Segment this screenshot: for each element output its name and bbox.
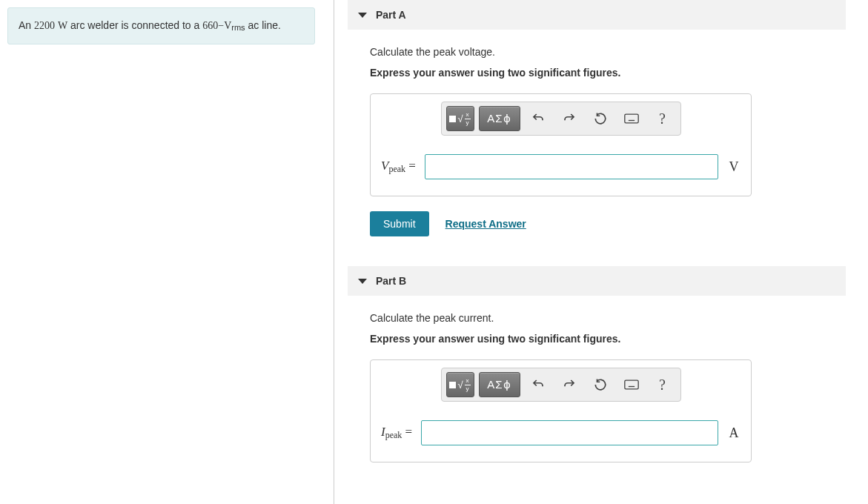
undo-button[interactable] [525, 373, 551, 397]
part-b-title: Part B [376, 275, 406, 287]
part-a-actions: Submit Request Answer [370, 211, 846, 236]
template-fraction-sqrt-button[interactable]: √ xy [446, 372, 474, 397]
part-b-answer-panel: √ xy ΑΣϕ [370, 359, 752, 462]
collapse-icon [358, 13, 367, 18]
part-a-body: Calculate the peak voltage. Express your… [348, 46, 846, 236]
part-a-answer-panel: √ xy ΑΣϕ [370, 93, 752, 196]
page-container: An 2200 W arc welder is connected to a 6… [0, 0, 868, 504]
part-a-unit: V [727, 159, 741, 175]
rms-subscript: rms [231, 23, 245, 32]
part-a-prompt: Calculate the peak voltage. [370, 46, 846, 58]
part-b-header[interactable]: Part B [348, 266, 846, 296]
help-button[interactable]: ? [649, 373, 676, 397]
part-b-unit: A [727, 425, 741, 441]
part-b-prompt: Calculate the peak current. [370, 312, 846, 324]
equation-toolbar: √ xy ΑΣϕ [441, 102, 681, 136]
template-fraction-sqrt-button[interactable]: √ xy [446, 106, 474, 131]
keyboard-icon [624, 379, 639, 390]
submit-button[interactable]: Submit [370, 211, 429, 236]
help-button[interactable]: ? [649, 107, 676, 130]
reset-button[interactable] [587, 107, 614, 130]
part-a-header[interactable]: Part A [348, 0, 846, 30]
part-gap [348, 236, 846, 266]
undo-icon [531, 112, 545, 125]
request-answer-link[interactable]: Request Answer [445, 218, 526, 230]
svg-rect-6 [624, 380, 637, 389]
right-column: Part A Calculate the peak voltage. Expre… [334, 0, 868, 462]
part-b-answer-row: Ipeak = A [381, 420, 741, 445]
problem-power-value: 2200 [34, 20, 55, 31]
keyboard-button[interactable] [618, 373, 645, 397]
problem-text-mid: arc welder is connected to a [67, 19, 202, 31]
part-b-answer-input[interactable] [421, 420, 718, 445]
problem-text-pre: An [19, 19, 34, 31]
part-a-variable-label: Vpeak = [381, 159, 416, 175]
reset-icon [594, 112, 607, 125]
fraction-sqrt-icon: √ xy [449, 378, 470, 392]
part-a-answer-row: Vpeak = V [381, 154, 741, 179]
keyboard-icon [624, 113, 639, 124]
redo-icon [563, 112, 576, 125]
svg-rect-0 [624, 114, 637, 123]
part-a-title: Part A [376, 9, 406, 21]
dash: − [218, 20, 224, 31]
part-a-sigfig: Express your answer using two significan… [370, 67, 846, 79]
equation-toolbar: √ xy ΑΣϕ [441, 368, 681, 402]
redo-icon [563, 378, 576, 391]
part-b-variable-label: Ipeak = [381, 425, 412, 441]
collapse-icon [358, 279, 367, 284]
keyboard-button[interactable] [618, 107, 645, 130]
problem-text-post: ac line. [245, 19, 281, 31]
undo-button[interactable] [525, 107, 551, 130]
part-b-toolbar-row: √ xy ΑΣϕ [381, 368, 741, 402]
reset-icon [594, 378, 607, 391]
greek-letters-button[interactable]: ΑΣϕ [479, 106, 520, 131]
redo-button[interactable] [556, 107, 583, 130]
problem-statement: An 2200 W arc welder is connected to a 6… [7, 7, 315, 44]
watt-symbol: W [58, 20, 67, 31]
part-b-body: Calculate the peak current. Express your… [348, 312, 846, 462]
greek-letters-button[interactable]: ΑΣϕ [479, 372, 520, 397]
part-b-sigfig: Express your answer using two significan… [370, 333, 846, 345]
part-a-toolbar-row: √ xy ΑΣϕ [381, 102, 741, 136]
reset-button[interactable] [587, 373, 614, 397]
redo-button[interactable] [556, 373, 583, 397]
fraction-sqrt-icon: √ xy [449, 112, 470, 126]
left-column: An 2200 W arc welder is connected to a 6… [0, 0, 326, 44]
undo-icon [531, 378, 545, 391]
volt-symbol: V [224, 20, 231, 31]
part-a-answer-input[interactable] [425, 154, 718, 179]
problem-voltage-value: 660 [202, 20, 218, 31]
